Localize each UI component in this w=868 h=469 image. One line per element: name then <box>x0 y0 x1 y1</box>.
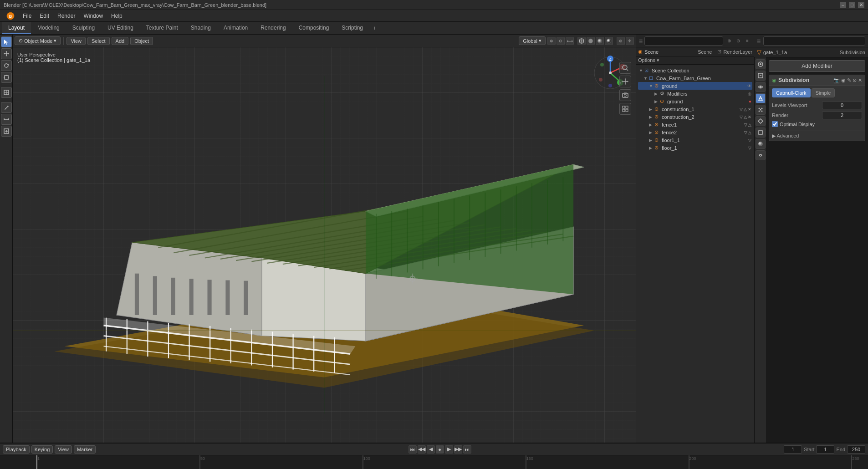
tab-modeling[interactable]: Modeling <box>31 22 66 34</box>
marker-btn[interactable]: Marker <box>74 445 96 454</box>
tree-ground-child[interactable]: ▶ ⊙ ground ● <box>638 97 752 105</box>
mod-vis-icon[interactable]: ◎ <box>748 92 751 96</box>
camera-btn[interactable] <box>619 89 631 101</box>
tool-measure[interactable] <box>1 114 12 125</box>
step-fwd-btn[interactable]: ▶▶ <box>454 445 462 454</box>
mod-render-icon[interactable]: ◉ <box>841 77 846 83</box>
mod-viewport-icon[interactable]: ⊙ <box>853 77 857 83</box>
close-button[interactable]: ✕ <box>858 2 864 8</box>
tab-scripting[interactable]: Scripting <box>335 22 369 34</box>
c2-icon2[interactable]: △ <box>744 115 747 119</box>
fl1-icon1[interactable]: ▽ <box>748 138 751 143</box>
vp-view-btn[interactable]: View <box>66 37 86 45</box>
prop-modifier-icon[interactable] <box>756 93 766 103</box>
tree-construction-2[interactable]: ▶ ⊙ construction_2 ▽ △ ✕ <box>638 113 752 121</box>
prop-physics-icon[interactable] <box>756 116 766 126</box>
jump-end-btn[interactable]: ⏭ <box>463 445 471 454</box>
prop-view-icon[interactable] <box>756 82 766 92</box>
c2-icon1[interactable]: ▽ <box>740 115 743 119</box>
tree-scene-collection[interactable]: ▼ ⊡ Scene Collection <box>638 66 752 74</box>
mod-delete-icon[interactable]: ✕ <box>858 77 862 83</box>
tool-annotate[interactable] <box>1 102 12 113</box>
optimal-display-checkbox[interactable] <box>772 121 778 127</box>
prop-constraint-icon[interactable] <box>756 150 766 160</box>
transform-btn[interactable]: ⟷ <box>566 37 574 45</box>
tree-floor-1[interactable]: ▶ ⊙ floor_1 ▽ <box>638 144 752 152</box>
mod-edit-icon[interactable]: ✎ <box>847 77 851 83</box>
vp-add-btn[interactable]: Add <box>112 37 129 45</box>
material-btn[interactable] <box>596 37 604 45</box>
tree-fence2[interactable]: ▶ ⊙ fence2 ▽ △ <box>638 128 752 136</box>
tab-layout[interactable]: Layout <box>2 22 31 34</box>
prop-object-icon[interactable] <box>756 127 766 138</box>
viewport[interactable]: ⊙ Object Mode ▾ View Select Add Object G… <box>13 35 636 443</box>
current-frame-input[interactable]: 1 <box>784 445 802 454</box>
tab-animation[interactable]: Animation <box>217 22 254 34</box>
outliner-search-input[interactable] <box>644 36 723 46</box>
add-modifier-button[interactable]: Add Modifier <box>769 60 865 72</box>
tree-modifiers[interactable]: ▶ ⚙ Modifiers ◎ <box>638 90 752 97</box>
tab-rendering[interactable]: Rendering <box>254 22 292 34</box>
menu-file[interactable]: File <box>19 12 35 20</box>
start-frame-input[interactable]: 1 <box>816 445 834 454</box>
overlay-btn[interactable]: ⊚ <box>617 37 625 45</box>
proportional-btn[interactable]: ⊙ <box>557 37 565 45</box>
end-frame-input[interactable]: 250 <box>847 445 865 454</box>
play-btn[interactable]: ▶ <box>445 445 453 454</box>
f2-icon2[interactable]: △ <box>748 130 751 135</box>
menu-render[interactable]: Render <box>54 12 79 20</box>
advanced-section[interactable]: ▶ Advanced <box>769 131 865 141</box>
zoom-to-fit-btn[interactable] <box>619 62 631 74</box>
tab-catmull-clark[interactable]: Catmull-Clark <box>772 88 811 97</box>
tab-compositing[interactable]: Compositing <box>292 22 336 34</box>
tool-select[interactable] <box>1 36 12 47</box>
render-value[interactable]: 2 <box>822 111 862 119</box>
tool-scale[interactable] <box>1 72 12 83</box>
f2-icon1[interactable]: ▽ <box>744 130 747 135</box>
tool-add[interactable] <box>1 126 12 137</box>
maximize-button[interactable]: □ <box>849 2 855 8</box>
viewport-canvas[interactable]: User Perspective (1) Scene Collection | … <box>13 47 636 443</box>
tab-simple[interactable]: Simple <box>812 88 835 97</box>
global-selector[interactable]: Global ▾ <box>519 36 546 45</box>
playback-btn[interactable]: Playback <box>3 445 30 454</box>
timeline-view-btn[interactable]: View <box>55 445 72 454</box>
f1-icon1[interactable]: ▽ <box>744 122 747 127</box>
tab-sculpting[interactable]: Sculpting <box>66 22 101 34</box>
play-back-btn[interactable]: ◀ <box>427 445 435 454</box>
levels-viewport-value[interactable]: 0 <box>822 101 862 109</box>
render-btn[interactable] <box>605 37 613 45</box>
menu-help[interactable]: Help <box>107 12 126 20</box>
menu-edit[interactable]: Edit <box>36 12 53 20</box>
tree-ground-parent[interactable]: ▼ ⊙ ground 👁 <box>638 82 752 90</box>
gizmo-btn[interactable]: ✛ <box>626 37 634 45</box>
filter-icon-1[interactable]: ⊕ <box>725 37 733 45</box>
prop-particle-icon[interactable] <box>756 105 766 115</box>
tab-shading[interactable]: Shading <box>184 22 217 34</box>
tool-transform[interactable] <box>1 87 12 98</box>
c1-icon2[interactable]: △ <box>744 107 747 112</box>
c1-icon3[interactable]: ✕ <box>748 107 751 112</box>
grid-btn[interactable] <box>619 103 631 115</box>
mod-toggle-icon[interactable]: ◉ <box>772 77 776 83</box>
mode-selector[interactable]: ⊙ Object Mode ▾ <box>15 36 61 45</box>
tab-uv-editing[interactable]: UV Editing <box>101 22 140 34</box>
vp-object-btn[interactable]: Object <box>130 37 153 45</box>
snap-btn[interactable]: ⊕ <box>547 37 556 45</box>
wireframe-btn[interactable] <box>577 37 586 45</box>
properties-search-input[interactable] <box>763 36 865 46</box>
fl2-icon1[interactable]: ▽ <box>748 146 751 150</box>
solid-btn[interactable] <box>587 37 595 45</box>
menu-blender[interactable]: B <box>3 11 18 21</box>
tree-construction-1[interactable]: ▶ ⊙ construction_1 ▽ △ ✕ <box>638 105 752 113</box>
keying-btn[interactable]: Keying <box>31 445 53 454</box>
menu-window[interactable]: Window <box>80 12 107 20</box>
tool-move[interactable] <box>1 48 12 59</box>
tree-cow-farm[interactable]: ▼ ⊡ Cow_Farm_Barn_Green <box>638 74 752 82</box>
c1-icon1[interactable]: ▽ <box>740 107 743 112</box>
vis-eye[interactable]: 👁 <box>747 84 751 88</box>
tree-fence1[interactable]: ▶ ⊙ fence1 ▽ △ <box>638 121 752 128</box>
stop-btn[interactable]: ● <box>436 445 444 454</box>
tab-add[interactable]: + <box>369 22 380 34</box>
filter-icon-3[interactable]: ≡ <box>743 37 751 45</box>
